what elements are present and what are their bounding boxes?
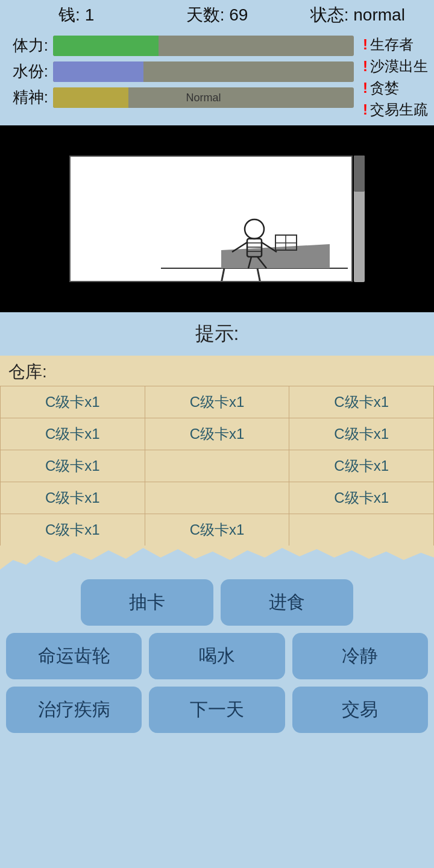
hp-row: 体力: — [6, 35, 354, 56]
status-bar: 钱: 1 天数: 69 状态: normal — [0, 0, 434, 30]
water-bar-container — [53, 61, 354, 82]
hint-section: 提示: — [0, 312, 434, 356]
list-item[interactable]: C级卡x1 — [289, 482, 434, 514]
days-display: 天数: 69 — [146, 4, 287, 27]
svg-line-2 — [221, 268, 224, 282]
btn-row-1: 抽卡 进食 — [6, 579, 428, 626]
money-value: 1 — [85, 5, 95, 24]
list-item[interactable]: C级卡x1 — [1, 514, 145, 546]
eat-button[interactable]: 进食 — [221, 579, 353, 626]
trait-desert-born-text: 沙漠出生 — [370, 57, 428, 76]
svg-point-4 — [245, 219, 264, 239]
heal-button[interactable]: 治疗疾病 — [6, 687, 142, 733]
mood-row: 精神: Normal — [6, 87, 354, 108]
trait-bad-trader-text: 交易生疏 — [370, 100, 428, 119]
list-item[interactable]: C级卡x1 — [145, 418, 289, 450]
state-display: 状态: normal — [288, 4, 428, 27]
mood-bar-fill — [53, 87, 128, 108]
money-display: 钱: 1 — [6, 4, 146, 27]
hint-title: 提示: — [195, 322, 239, 344]
list-item[interactable]: C级卡x1 — [1, 418, 145, 450]
fate-wheel-button[interactable]: 命运齿轮 — [6, 633, 142, 679]
stats-section: 体力: 水份: 精神: Normal ! 生存者 ! — [0, 30, 434, 125]
list-item[interactable]: C级卡x1 — [1, 450, 145, 482]
warehouse-header: 仓库: — [0, 356, 434, 386]
trait-survivor-text: 生存者 — [370, 35, 414, 54]
list-item — [145, 482, 289, 514]
list-item[interactable]: C级卡x1 — [145, 514, 289, 546]
mood-label: 精神: — [6, 87, 48, 108]
mood-bar-text: Normal — [186, 91, 221, 104]
calm-button[interactable]: 冷静 — [292, 633, 428, 679]
mood-bar-container: Normal — [53, 87, 354, 108]
traits-column: ! 生存者 ! 沙漠出生 ! 贪婪 ! 交易生疏 — [360, 35, 428, 119]
list-item — [145, 450, 289, 482]
days-label: 天数: — [186, 5, 225, 24]
water-label: 水份: — [6, 61, 48, 82]
table-row: C级卡x1 C级卡x1 C级卡x1 — [1, 418, 434, 450]
drink-button[interactable]: 喝水 — [149, 633, 285, 679]
list-item[interactable]: C级卡x1 — [289, 450, 434, 482]
scene-scrollbar[interactable] — [354, 156, 365, 282]
hp-label: 体力: — [6, 35, 48, 56]
trait-bad-trader: ! 交易生疏 — [363, 100, 428, 119]
next-day-button[interactable]: 下一天 — [149, 687, 285, 733]
list-item[interactable]: C级卡x1 — [1, 386, 145, 418]
trait-greedy: ! 贪婪 — [363, 78, 428, 98]
scene-scrollbar-thumb[interactable] — [354, 156, 365, 192]
table-row: C级卡x1 C级卡x1 — [1, 482, 434, 514]
torn-bottom-decoration — [0, 546, 434, 570]
trade-button[interactable]: 交易 — [292, 687, 428, 733]
list-item[interactable]: C级卡x1 — [289, 386, 434, 418]
btn-row-2: 命运齿轮 喝水 冷静 — [6, 633, 428, 679]
list-item[interactable]: C级卡x1 — [289, 418, 434, 450]
actions-section: 抽卡 进食 命运齿轮 喝水 冷静 治疗疾病 下一天 交易 — [0, 570, 434, 746]
btn-row-3: 治疗疾病 下一天 交易 — [6, 687, 428, 733]
days-value: 69 — [229, 5, 248, 24]
hp-bar-container — [53, 36, 354, 56]
svg-line-3 — [257, 268, 260, 282]
hp-bar-fill — [53, 36, 159, 56]
trait-desert-born: ! 沙漠出生 — [363, 57, 428, 76]
state-label: 状态: — [310, 5, 349, 24]
bars-column: 体力: 水份: 精神: Normal — [6, 35, 354, 119]
list-item[interactable]: C级卡x1 — [145, 386, 289, 418]
scene-canvas — [69, 156, 353, 282]
scene-svg — [71, 157, 353, 282]
trait-greedy-text: 贪婪 — [370, 78, 399, 98]
money-label: 钱: — [58, 5, 80, 24]
warehouse-section: 仓库: C级卡x1 C级卡x1 C级卡x1 C级卡x1 C级卡x1 C级卡x1 … — [0, 356, 434, 570]
trait-survivor: ! 生存者 — [363, 35, 428, 54]
list-item — [289, 514, 434, 546]
scene-area — [0, 125, 434, 312]
list-item[interactable]: C级卡x1 — [1, 482, 145, 514]
water-row: 水份: — [6, 61, 354, 82]
table-row: C级卡x1 C级卡x1 — [1, 450, 434, 482]
water-bar-fill — [53, 61, 143, 82]
warehouse-grid: C级卡x1 C级卡x1 C级卡x1 C级卡x1 C级卡x1 C级卡x1 C级卡x… — [0, 386, 434, 546]
table-row: C级卡x1 C级卡x1 C级卡x1 — [1, 386, 434, 418]
table-row: C级卡x1 C级卡x1 — [1, 514, 434, 546]
draw-card-button[interactable]: 抽卡 — [81, 579, 213, 626]
state-value: normal — [353, 5, 405, 24]
